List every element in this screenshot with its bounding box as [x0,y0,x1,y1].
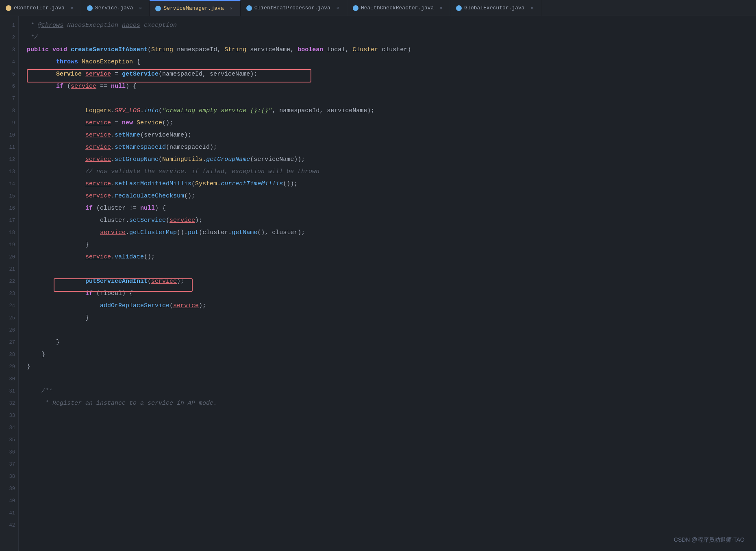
gutter-line-40: 40 [3,495,18,507]
tab-close-eController[interactable]: ✕ [69,5,75,11]
code-token: info [144,105,159,117]
code-token [27,154,85,166]
code-token [27,251,85,263]
code-token [27,202,85,215]
code-token: getClusterMap [129,227,177,239]
code-token: ()); [283,178,298,190]
code-token: = [111,68,122,80]
code-token: ); [195,215,202,227]
code-token: service [85,129,111,141]
tab-bar: eController.java ✕ Service.java ✕ Servic… [0,0,756,16]
code-token [27,373,30,385]
tab-close-Service[interactable]: ✕ [137,5,143,11]
code-token [27,190,85,202]
code-line-6: if (service == null) { [27,80,756,93]
code-token: . [217,178,221,190]
gutter-line-26: 26 [3,324,18,336]
code-token: NamingUtils [162,154,202,166]
code-line-28: } [27,349,756,361]
gutter-line-23: 23 [3,288,18,300]
code-token: Service [56,68,82,80]
left-indicator [0,16,3,551]
tab-ServiceManager[interactable]: ServiceManager.java ✕ [150,0,240,16]
code-line-20: service.validate(); [27,251,756,263]
tab-icon-ClientBeatProcessor [246,5,252,11]
code-token: (serviceName); [140,129,191,141]
code-token: setName [115,129,140,141]
code-token: @throws [38,20,63,32]
tab-close-HealthCheckReactor[interactable]: ✕ [438,5,444,11]
tab-label-eController: eController.java [14,5,65,11]
code-token: put [188,227,199,239]
code-line-14: service.setLastModifiedMillis(System.cur… [27,178,756,190]
code-token: { [133,56,140,68]
code-token: service [100,227,126,239]
tab-ClientBeatProcessor[interactable]: ClientBeatProcessor.java ✕ [241,0,347,16]
code-line-5: Service service = getService(namespaceId… [27,68,756,80]
code-token: "creating empty service {}:{}" [162,105,272,117]
code-line-18: service.getClusterMap().put(cluster.getN… [27,227,756,239]
code-token: service [85,178,111,190]
code-token: currentTimeMillis [221,178,283,190]
tab-eController[interactable]: eController.java ✕ [0,0,81,16]
code-line-13: // now validate the service. if failed, … [27,166,756,178]
tab-label-ServiceManager: ServiceManager.java [163,5,224,11]
code-token: String [224,44,246,56]
watermark-text: CSDN @程序员劝退师-TAO [674,536,745,544]
tab-close-ServiceManager[interactable]: ✕ [228,5,235,12]
code-token: (namespaceId); [166,141,217,154]
code-token: validate [115,251,144,263]
code-line-16: if (cluster != null) { [27,202,756,215]
tab-close-ClientBeatProcessor[interactable]: ✕ [335,5,341,11]
code-token: service [85,251,111,263]
code-token: . [111,154,115,166]
gutter-line-7: 7 [3,93,18,105]
gutter-line-16: 16 [3,202,18,215]
code-token: service [85,117,111,129]
code-token: NacosException [63,20,122,32]
code-token: exception [140,20,177,32]
tab-HealthCheckReactor[interactable]: HealthCheckReactor.java ✕ [347,0,450,16]
code-token: SRV_LOG [115,105,140,117]
code-token: ) { [155,202,166,215]
code-line-2: */ [27,32,756,44]
code-token: Service [137,117,162,129]
gutter-line-22: 22 [3,276,18,288]
code-line-4: throws NacosException { [27,56,756,68]
code-token: . [126,227,129,239]
code-line-29: } [27,361,756,373]
code-token: null [111,80,126,93]
code-token: service [85,141,111,154]
gutter-line-1: 1 [3,20,18,32]
tab-Service[interactable]: Service.java ✕ [81,0,150,16]
code-token: /** [27,385,52,397]
tab-GlobalExecutor[interactable]: GlobalExecutor.java ✕ [450,0,541,16]
code-token [82,68,85,80]
tab-close-GlobalExecutor[interactable]: ✕ [529,5,535,11]
code-token: ( [148,44,151,56]
code-line-23: if (!local) { [27,288,756,300]
code-token: if [56,80,63,93]
code-token: setGroupName [115,154,159,166]
code-token: (). [177,227,188,239]
gutter-line-19: 19 [3,239,18,251]
code-line-11: service.setNamespaceId(namespaceId); [27,141,756,154]
gutter-line-28: 28 [3,349,18,361]
code-line-15: service.recalculateChecksum(); [27,190,756,202]
gutter-line-20: 20 [3,251,18,263]
code-line-30 [27,373,756,385]
code-token [27,276,85,288]
code-token: if [85,288,93,300]
gutter-line-13: 13 [3,166,18,178]
code-token: setLastModifiedMillis [115,178,191,190]
code-token: service [169,215,195,227]
code-token: ( [148,276,151,288]
code-token: } [27,349,45,361]
code-token [78,56,82,68]
code-token: getName [232,227,257,239]
code-editor[interactable]: * @throws NacosException nacos exception… [19,16,756,551]
tab-icon-eController [6,5,11,11]
code-token [27,178,85,190]
code-token [27,141,85,154]
code-token: (), cluster); [257,227,305,239]
